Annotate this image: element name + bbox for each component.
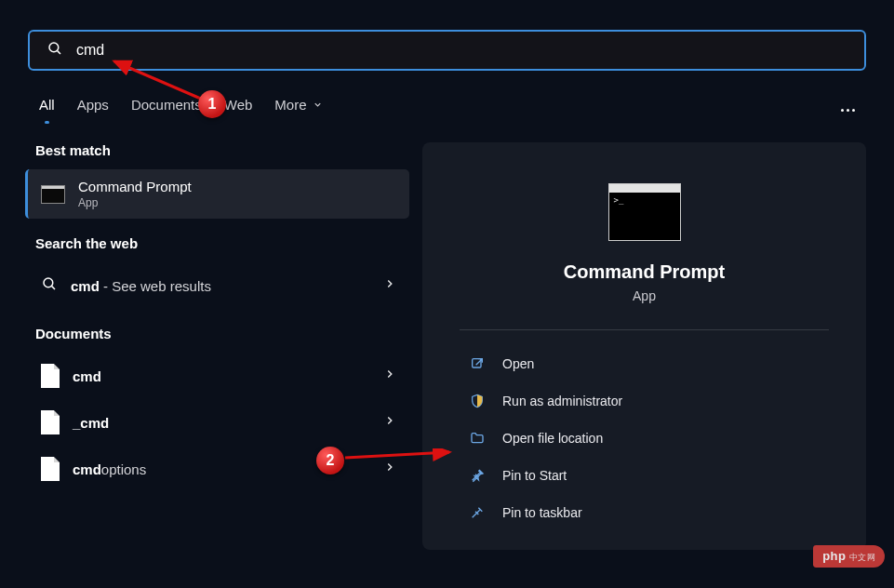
start-menu-search: All Apps Documents Web More Best match C… (0, 0, 894, 588)
filter-tabs: All Apps Documents Web More (28, 97, 866, 124)
tab-all[interactable]: All (39, 97, 55, 124)
web-result-query: cmd (71, 278, 100, 294)
web-result-suffix: - See web results (100, 278, 211, 294)
preview-pane: Command Prompt App Open (422, 142, 866, 550)
tab-apps[interactable]: Apps (77, 97, 109, 124)
divider (460, 329, 829, 330)
annotation-badge-1: 1 (198, 90, 226, 118)
result-command-prompt[interactable]: Command Prompt App (25, 169, 409, 219)
cmd-app-icon (41, 185, 65, 204)
annotation-badge-2: 2 (316, 447, 344, 474)
tab-more-label: More (274, 97, 306, 113)
search-icon (47, 40, 63, 60)
svg-line-1 (58, 51, 60, 54)
open-icon (469, 355, 486, 372)
action-pin-to-taskbar[interactable]: Pin to taskbar (460, 494, 829, 531)
result-web-search[interactable]: cmd - See web results (28, 262, 409, 309)
search-bar[interactable] (28, 30, 866, 71)
search-icon (41, 275, 58, 296)
overflow-menu-button[interactable] (841, 103, 855, 117)
doc-name-bold: cmd (73, 461, 101, 477)
doc-name-bold: cmd (73, 368, 101, 384)
document-icon (41, 410, 60, 434)
chevron-right-icon (383, 368, 396, 384)
result-doc-cmd[interactable]: cmd (28, 353, 409, 399)
doc-name-rest: options (101, 461, 146, 477)
action-label: Run as administrator (502, 394, 622, 408)
chevron-right-icon (383, 461, 396, 477)
svg-point-0 (49, 43, 59, 52)
action-list: Open Run as administrator (460, 345, 829, 531)
chevron-down-icon (313, 100, 323, 110)
document-icon (41, 364, 60, 388)
chevron-right-icon (383, 414, 396, 431)
svg-line-3 (52, 287, 55, 289)
shield-icon (469, 393, 486, 409)
tab-more[interactable]: More (274, 97, 322, 124)
result-title: Command Prompt (78, 179, 192, 194)
action-pin-to-start[interactable]: Pin to Start (460, 457, 829, 494)
doc-name-bold: cmd (80, 415, 109, 431)
action-label: Pin to Start (502, 468, 567, 483)
search-input[interactable] (76, 42, 847, 59)
action-open-file-location[interactable]: Open file location (460, 420, 829, 457)
pin-icon (469, 504, 486, 521)
action-label: Open (502, 356, 534, 371)
action-label: Open file location (502, 431, 603, 446)
results-column: Best match Command Prompt App Search the… (28, 142, 409, 550)
preview-subtitle: App (633, 288, 656, 303)
section-best-match: Best match (35, 142, 409, 158)
result-subtitle: App (78, 196, 192, 209)
action-label: Pin to taskbar (502, 505, 582, 520)
folder-icon (469, 430, 486, 447)
chevron-right-icon (383, 277, 396, 294)
action-open[interactable]: Open (460, 345, 829, 382)
action-run-as-administrator[interactable]: Run as administrator (460, 382, 829, 420)
section-search-web: Search the web (35, 235, 409, 251)
pin-icon (469, 467, 486, 484)
result-doc-underscore-cmd[interactable]: _cmd (28, 399, 409, 446)
result-doc-cmdoptions[interactable]: cmdoptions (28, 446, 409, 492)
svg-rect-4 (473, 359, 481, 368)
tab-web[interactable]: Web (224, 97, 253, 124)
section-documents: Documents (35, 326, 409, 341)
watermark: php中文网 (813, 545, 885, 568)
document-icon (41, 457, 60, 481)
cmd-preview-icon (608, 183, 681, 241)
preview-title: Command Prompt (564, 261, 725, 283)
svg-point-2 (44, 278, 53, 287)
tab-documents[interactable]: Documents (131, 97, 202, 124)
